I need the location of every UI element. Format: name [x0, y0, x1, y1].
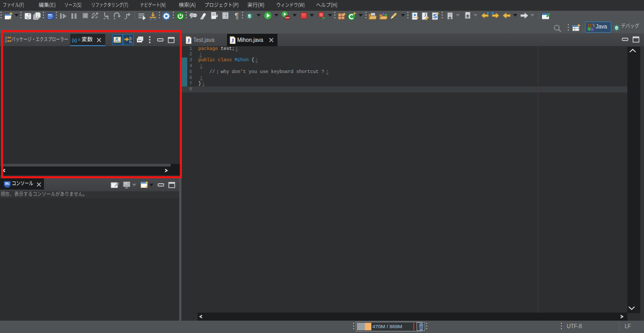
svg-text:J: J — [231, 37, 234, 44]
svg-text:¶: ¶ — [235, 11, 239, 20]
svg-text:S: S — [433, 13, 437, 19]
svg-text:J: J — [187, 37, 190, 44]
svg-text:J: J — [424, 12, 427, 18]
